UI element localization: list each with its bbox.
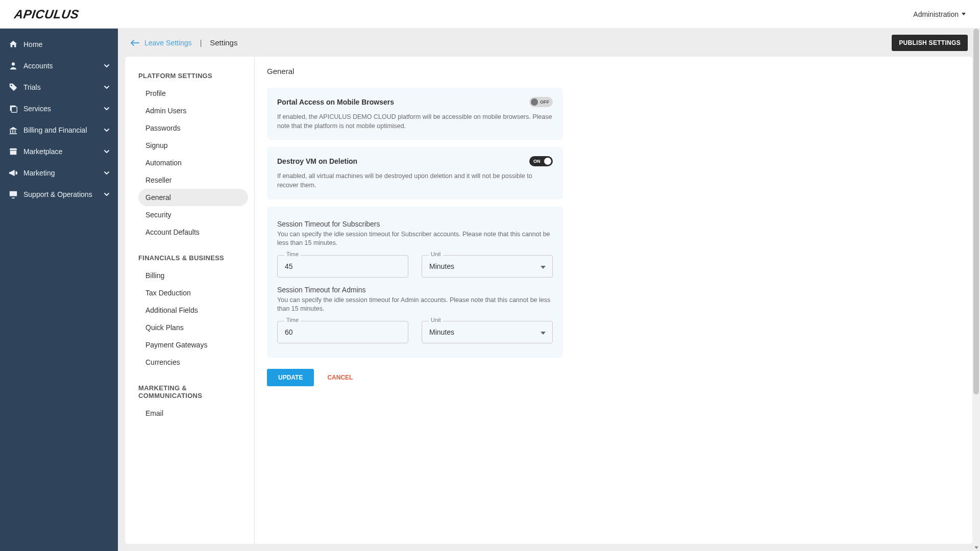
settings-nav-item-currencies[interactable]: Currencies [138, 354, 248, 371]
chevron-down-icon [104, 128, 110, 132]
sidebar-item-support-operations[interactable]: Support & Operations [0, 184, 118, 205]
sidebar-item-label: Support & Operations [23, 190, 104, 198]
chevron-down-icon [104, 149, 110, 154]
settings-nav-item-billing[interactable]: Billing [138, 267, 248, 284]
home-icon [8, 39, 18, 49]
chevron-down-icon [104, 64, 110, 68]
store-icon [8, 146, 18, 157]
settings-nav-item-reseller[interactable]: Reseller [138, 171, 248, 189]
monitor-icon [8, 189, 18, 199]
sub-time-input[interactable] [277, 255, 408, 278]
separator: | [200, 39, 202, 47]
account-icon [8, 61, 18, 71]
sidebar-item-marketplace[interactable]: Marketplace [0, 141, 118, 162]
settings-nav-item-tax-deduction[interactable]: Tax Deduction [138, 284, 248, 302]
portal-access-toggle-state: OFF [540, 99, 549, 105]
portal-access-desc: If enabled, the APICULUS DEMO CLOUD plat… [277, 112, 553, 131]
content-card: PLATFORM SETTINGSProfileAdmin UsersPassw… [125, 57, 973, 544]
sub-unit-label: Unit [429, 251, 443, 257]
chevron-down-icon [104, 85, 110, 89]
settings-pane: General Portal Access on Mobile Browsers… [255, 57, 973, 544]
settings-nav-item-payment-gateways[interactable]: Payment Gateways [138, 336, 248, 354]
tag-icon [8, 82, 18, 92]
page-title: Settings [210, 38, 237, 47]
caret-down-icon [962, 13, 966, 15]
session-admin-title: Session Timeout for Admins [277, 286, 553, 294]
settings-nav-item-quick-plans[interactable]: Quick Plans [138, 319, 248, 336]
chevron-down-icon [104, 171, 110, 175]
page-header: Leave Settings | Settings PUBLISH SETTIN… [118, 29, 980, 57]
destroy-vm-title: Destroy VM on Deletion [277, 157, 357, 165]
settings-nav-item-email[interactable]: Email [138, 405, 248, 422]
update-button[interactable]: UPDATE [267, 369, 314, 386]
sidebar-item-label: Marketplace [23, 147, 104, 156]
scrollbar-thumb[interactable] [973, 29, 979, 394]
settings-nav-item-additional-fields[interactable]: Additional Fields [138, 302, 248, 319]
portal-access-toggle[interactable]: OFF [529, 97, 553, 107]
settings-group-title: FINANCIALS & BUSINESS [138, 254, 248, 262]
cancel-button[interactable]: CANCEL [327, 374, 353, 381]
session-sub-desc: You can specify the idle session timeout… [277, 230, 553, 248]
sidebar-item-billing-and-financial[interactable]: Billing and Financial [0, 119, 118, 141]
layers-icon [8, 104, 18, 114]
admin-time-label: Time [284, 317, 301, 323]
sidebar-item-label: Home [23, 40, 110, 48]
settings-nav-item-passwords[interactable]: Passwords [138, 119, 248, 137]
settings-nav-item-general[interactable]: General [138, 189, 248, 206]
chevron-down-icon [104, 107, 110, 111]
settings-group-title: MARKETING & COMMUNICATIONS [138, 384, 248, 399]
megaphone-icon [8, 168, 18, 178]
session-admin-desc: You can specify the idle session timeout… [277, 296, 553, 314]
administration-label: Administration [913, 10, 959, 18]
sidebar-item-label: Marketing [23, 169, 104, 177]
destroy-vm-toggle[interactable]: ON [529, 156, 553, 166]
settings-nav-item-signup[interactable]: Signup [138, 137, 248, 154]
leave-settings-link[interactable]: Leave Settings [130, 39, 192, 47]
main: Leave Settings | Settings PUBLISH SETTIN… [118, 29, 980, 551]
arrow-left-icon [130, 39, 139, 46]
sidebar-item-accounts[interactable]: Accounts [0, 55, 118, 77]
settings-nav-item-security[interactable]: Security [138, 206, 248, 223]
chevron-down-icon [104, 192, 110, 196]
sidebar-item-label: Trials [23, 83, 104, 91]
settings-nav-item-account-defaults[interactable]: Account Defaults [138, 223, 248, 241]
sub-unit-value: Minutes [429, 262, 454, 270]
leave-settings-label: Leave Settings [144, 39, 192, 47]
brand-logo: APICULUS [13, 7, 80, 21]
settings-nav-item-profile[interactable]: Profile [138, 85, 248, 102]
sidebar: HomeAccountsTrialsServicesBilling and Fi… [0, 29, 118, 551]
sub-unit-select[interactable]: Minutes [422, 255, 553, 278]
sidebar-item-home[interactable]: Home [0, 34, 118, 55]
bank-icon [8, 125, 18, 135]
sidebar-item-services[interactable]: Services [0, 98, 118, 119]
scrollbar[interactable] [972, 29, 980, 551]
administration-menu[interactable]: Administration [913, 10, 966, 18]
portal-access-card: Portal Access on Mobile Browsers OFF If … [267, 88, 563, 140]
settings-nav-item-admin-users[interactable]: Admin Users [138, 102, 248, 119]
settings-nav: PLATFORM SETTINGSProfileAdmin UsersPassw… [125, 57, 255, 544]
topbar: APICULUS Administration [0, 0, 980, 29]
portal-access-title: Portal Access on Mobile Browsers [277, 98, 394, 106]
sidebar-item-marketing[interactable]: Marketing [0, 162, 118, 184]
admin-time-input[interactable] [277, 321, 408, 343]
destroy-vm-toggle-state: ON [533, 159, 541, 164]
admin-unit-label: Unit [429, 317, 443, 323]
settings-group-title: PLATFORM SETTINGS [138, 72, 248, 80]
sidebar-item-label: Accounts [23, 62, 104, 70]
destroy-vm-desc: If enabled, all virtual machines will be… [277, 171, 553, 190]
publish-settings-button[interactable]: PUBLISH SETTINGS [892, 35, 968, 51]
admin-unit-select[interactable]: Minutes [422, 321, 553, 343]
sidebar-item-trials[interactable]: Trials [0, 77, 118, 98]
sidebar-item-label: Services [23, 105, 104, 113]
destroy-vm-card: Destroy VM on Deletion ON If enabled, al… [267, 147, 563, 199]
settings-nav-item-automation[interactable]: Automation [138, 154, 248, 171]
pane-title: General [267, 67, 563, 76]
sub-time-label: Time [284, 251, 301, 257]
session-timeout-card: Session Timeout for Subscribers You can … [267, 207, 563, 358]
sidebar-item-label: Billing and Financial [23, 126, 104, 134]
admin-unit-value: Minutes [429, 328, 454, 336]
session-sub-title: Session Timeout for Subscribers [277, 220, 553, 228]
